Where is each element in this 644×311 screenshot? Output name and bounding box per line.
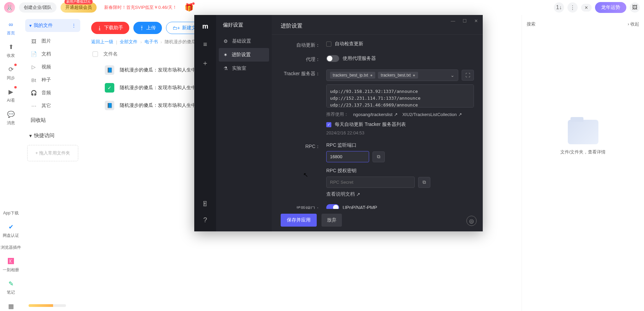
save-apply-button[interactable]: 保存并应用 — [281, 214, 317, 227]
rail-apps[interactable]: ▦ — [6, 301, 16, 311]
sb-item-video[interactable]: ▷视频 — [25, 61, 80, 73]
window-minimize[interactable]: — — [451, 18, 455, 23]
collapse-button[interactable]: › 收起 — [628, 21, 639, 27]
copy-port-button[interactable]: ⧉ — [373, 151, 385, 162]
tracker-tagbox[interactable]: trackers_best_ip.txt● trackers_best.txt●… — [326, 69, 458, 81]
sb-item-bt[interactable]: Bt种子 — [25, 73, 80, 86]
close-pill[interactable]: ✕ — [581, 4, 592, 12]
promo-text: 新春限时！首充SVIP低至￥0.46/天！ — [104, 4, 177, 11]
rail-verify[interactable]: ✔网盘认证 — [3, 222, 19, 239]
home-icon: ∞ — [6, 20, 16, 29]
sync-icon: ⟳ — [6, 65, 16, 74]
sidebar: ▾ 我的文件 ⋮ 🖼图片 📄文档 ▷视频 Bt种子 🎧音频 ⋯其它 回收站 ▾快… — [25, 19, 80, 311]
vip-tag: 新用户最低12元 — [64, 0, 93, 4]
rail-home[interactable]: ∞首页 — [6, 20, 16, 36]
doc-icon: 📄 — [31, 51, 37, 57]
rail-transfer[interactable]: ⬆收发 — [6, 42, 16, 59]
sliders-icon[interactable]: 🎚 — [202, 200, 209, 208]
upload-button[interactable]: ⭱上传 — [133, 22, 162, 34]
sidebar-more-icon[interactable]: ⋮ — [71, 23, 76, 28]
bc-all[interactable]: 全部文件 — [120, 39, 137, 45]
help-icon[interactable]: ? — [203, 216, 207, 224]
tools-icon: ✶ — [224, 52, 228, 58]
lbl-recommend: 推荐使用： — [326, 111, 348, 117]
lbl-listen-port: 监听端口： — [281, 204, 326, 209]
modal-title: 进阶设置 — [272, 15, 483, 35]
nav-lab[interactable]: ⚗实验室 — [219, 62, 269, 75]
rail-aiview[interactable]: ▶AI看 — [6, 87, 16, 103]
rail-plugin[interactable]: 浏览器插件 — [1, 245, 21, 250]
gift-icon[interactable]: 🎁 — [184, 3, 194, 12]
link-ngosang[interactable]: ngosang/trackerslist ↗ — [353, 112, 398, 117]
rail-sync[interactable]: ⟳同步 — [6, 65, 16, 81]
menu-icon[interactable]: ≡ — [203, 40, 207, 48]
settings-modal: m ≡ ＋ 🎚 ? 偏好设置 ⚙基础设置 ✶进阶设置 ⚗实验室 — ☐ ✕ 进阶… — [194, 15, 483, 231]
txt-daily-update: 每天自动更新 Tracker 服务器列表 — [335, 121, 406, 128]
tag-remove-icon[interactable]: ● — [370, 73, 373, 78]
file-icon: ✓ — [105, 83, 114, 93]
toggle-proxy[interactable] — [326, 55, 339, 62]
folder-plus-icon: 🗀+ — [172, 25, 180, 31]
modal-rail: m ≡ ＋ 🎚 ? — [194, 15, 216, 231]
bc-back[interactable]: 返回上一级 — [91, 39, 113, 45]
right-hint: 文件/文件夹，查看详情 — [527, 149, 639, 155]
transfer-icon: ⬆ — [6, 42, 16, 52]
app-logo-icon[interactable]: m — [202, 22, 208, 30]
rpc-port-input[interactable] — [326, 151, 369, 162]
sb-item-doc[interactable]: 📄文档 — [25, 48, 80, 61]
lbl-proxy: 代理： — [281, 55, 326, 63]
target-icon[interactable]: ◎ — [466, 216, 477, 226]
rail-message[interactable]: 💬消息 — [6, 110, 16, 126]
tag-trackers-best: trackers_best.txt● — [378, 72, 418, 79]
sidebar-my-files[interactable]: ▾ 我的文件 ⋮ — [25, 19, 80, 32]
chevron-down-icon[interactable]: ⌄ — [450, 72, 455, 78]
txt-proxy: 使用代理服务器 — [343, 55, 376, 62]
download-helper-button[interactable]: ⭳下载助手 — [91, 22, 129, 34]
create-team-button[interactable]: 创建企业/团队 — [19, 2, 56, 13]
gear-icon: ⚙ — [224, 38, 228, 44]
txt-upnp: UPnP/NAT-PMP — [343, 205, 377, 209]
external-link-icon: ↗ — [394, 112, 398, 117]
nav-basic[interactable]: ⚙基础设置 — [219, 34, 269, 48]
sb-item-other[interactable]: ⋯其它 — [25, 99, 80, 112]
sb-drop-placeholder[interactable]: + 拖入常用文件夹 — [27, 145, 78, 161]
sort-button[interactable]: 1↓ — [554, 2, 564, 13]
sb-recycle[interactable]: 回收站 — [25, 114, 80, 127]
copy-secret-button[interactable]: ⧉ — [418, 177, 430, 188]
chk-daily-update[interactable]: ✓ — [326, 122, 331, 127]
tag-remove-icon[interactable]: ● — [413, 73, 415, 78]
tracker-timestamp: 2024/2/16 22:04:53 — [326, 130, 474, 135]
modal-body: — ☐ ✕ 进阶设置 自动更新： 自动检查更新 代理： 使用代理服务器 T — [272, 15, 483, 231]
more-menu-button[interactable]: ⋮ — [567, 2, 578, 13]
window-close[interactable]: ✕ — [474, 18, 478, 23]
col-filename[interactable]: 文件名 — [103, 51, 118, 57]
sb-quick-access[interactable]: ▾快捷访问 — [25, 129, 80, 142]
search-label[interactable]: 搜索 — [527, 21, 535, 27]
nav-advanced[interactable]: ✶进阶设置 — [219, 48, 269, 62]
fortune-button[interactable]: 龙年运势 — [595, 2, 626, 13]
open-vip-button[interactable]: 新用户最低12元 开通超级会员 — [61, 2, 97, 13]
toggle-upnp[interactable] — [326, 204, 339, 209]
select-all-checkbox[interactable] — [93, 51, 98, 57]
chk-auto-update[interactable] — [326, 42, 331, 47]
upload-icon: ⭱ — [139, 25, 144, 31]
app-logo: 🐰 — [4, 2, 15, 13]
link-xiu2[interactable]: XIU2/TrackersListCollection ↗ — [402, 112, 462, 117]
rail-note[interactable]: ✎笔记 — [6, 279, 16, 295]
tracker-expand-button[interactable]: ⛶ — [462, 70, 474, 81]
link-rpc-doc[interactable]: 查看说明文档 ↗ — [326, 191, 360, 197]
rail-appdl[interactable]: App下载 — [3, 210, 18, 216]
rail-album[interactable]: 🅺一刻相册 — [3, 257, 19, 273]
play-icon: ▶ — [6, 87, 16, 97]
window-maximize[interactable]: ☐ — [463, 18, 467, 23]
discard-button[interactable]: 放弃 — [321, 214, 342, 227]
verify-icon: ✔ — [6, 222, 16, 232]
bc-ebook[interactable]: 电子书 — [145, 39, 158, 45]
rpc-secret-input[interactable] — [326, 177, 415, 188]
sb-item-audio[interactable]: 🎧音频 — [25, 86, 80, 99]
sb-item-image[interactable]: 🖼图片 — [25, 35, 80, 48]
tracker-textarea[interactable]: udp://93.158.213.92:1337/announce udp://… — [326, 84, 474, 108]
modal-footer: 保存并应用 放弃 — [272, 209, 483, 231]
add-icon[interactable]: ＋ — [202, 59, 209, 68]
caret-down-icon: ▾ — [29, 133, 32, 139]
